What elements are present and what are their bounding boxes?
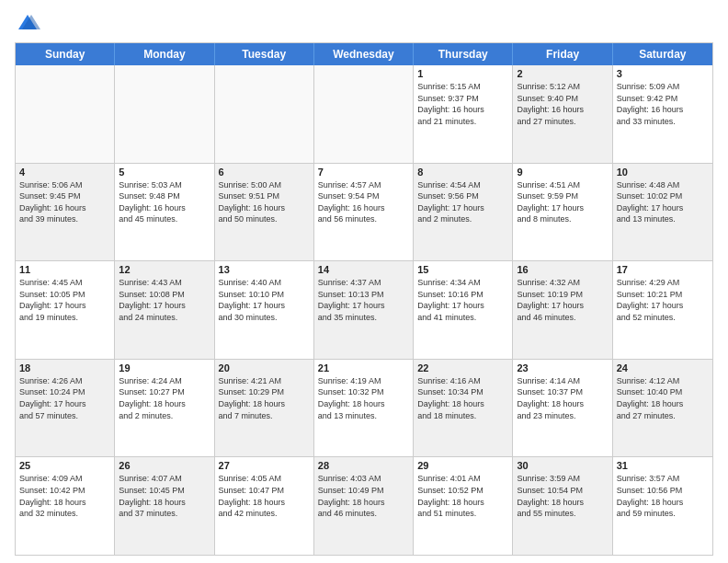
day-number-7: 7 — [318, 167, 409, 178]
day-cell-12: 12Sunrise: 4:43 AM Sunset: 10:08 PM Dayl… — [115, 261, 214, 359]
empty-cell-r0c0 — [16, 65, 115, 163]
day-info-29: Sunrise: 4:01 AM Sunset: 10:52 PM Daylig… — [417, 473, 508, 519]
day-cell-3: 3Sunrise: 5:09 AM Sunset: 9:42 PM Daylig… — [613, 65, 712, 163]
day-info-12: Sunrise: 4:43 AM Sunset: 10:08 PM Daylig… — [119, 277, 210, 323]
day-cell-18: 18Sunrise: 4:26 AM Sunset: 10:24 PM Dayl… — [16, 360, 115, 457]
day-number-23: 23 — [517, 362, 608, 373]
day-number-1: 1 — [417, 68, 508, 79]
day-cell-29: 29Sunrise: 4:01 AM Sunset: 10:52 PM Dayl… — [414, 457, 513, 555]
day-info-20: Sunrise: 4:21 AM Sunset: 10:29 PM Daylig… — [219, 375, 310, 421]
day-info-16: Sunrise: 4:32 AM Sunset: 10:19 PM Daylig… — [517, 277, 608, 323]
day-number-8: 8 — [417, 167, 508, 178]
calendar-row-5: 25Sunrise: 4:09 AM Sunset: 10:42 PM Dayl… — [16, 457, 712, 555]
day-info-27: Sunrise: 4:05 AM Sunset: 10:47 PM Daylig… — [219, 473, 310, 519]
day-number-30: 30 — [517, 460, 608, 471]
day-cell-7: 7Sunrise: 4:57 AM Sunset: 9:54 PM Daylig… — [314, 164, 414, 261]
day-number-29: 29 — [417, 460, 508, 471]
day-number-5: 5 — [119, 167, 210, 178]
day-info-1: Sunrise: 5:15 AM Sunset: 9:37 PM Dayligh… — [417, 81, 508, 127]
day-info-21: Sunrise: 4:19 AM Sunset: 10:32 PM Daylig… — [318, 375, 409, 421]
weekday-header-friday: Friday — [513, 43, 612, 65]
day-cell-30: 30Sunrise: 3:59 AM Sunset: 10:54 PM Dayl… — [513, 457, 612, 555]
day-number-31: 31 — [617, 460, 709, 471]
day-cell-13: 13Sunrise: 4:40 AM Sunset: 10:10 PM Dayl… — [215, 261, 314, 359]
calendar-row-1: 1Sunrise: 5:15 AM Sunset: 9:37 PM Daylig… — [16, 65, 712, 164]
day-cell-20: 20Sunrise: 4:21 AM Sunset: 10:29 PM Dayl… — [215, 360, 314, 457]
day-info-23: Sunrise: 4:14 AM Sunset: 10:37 PM Daylig… — [517, 375, 608, 421]
day-info-9: Sunrise: 4:51 AM Sunset: 9:59 PM Dayligh… — [517, 179, 608, 225]
day-info-26: Sunrise: 4:07 AM Sunset: 10:45 PM Daylig… — [119, 473, 210, 519]
day-number-11: 11 — [19, 264, 110, 275]
day-number-18: 18 — [19, 362, 110, 373]
day-info-24: Sunrise: 4:12 AM Sunset: 10:40 PM Daylig… — [617, 375, 709, 421]
day-number-22: 22 — [417, 362, 508, 373]
day-cell-23: 23Sunrise: 4:14 AM Sunset: 10:37 PM Dayl… — [513, 360, 612, 457]
day-info-18: Sunrise: 4:26 AM Sunset: 10:24 PM Daylig… — [19, 375, 110, 421]
day-info-22: Sunrise: 4:16 AM Sunset: 10:34 PM Daylig… — [417, 375, 508, 421]
day-number-24: 24 — [617, 362, 709, 373]
day-cell-2: 2Sunrise: 5:12 AM Sunset: 9:40 PM Daylig… — [513, 65, 612, 163]
day-cell-15: 15Sunrise: 4:34 AM Sunset: 10:16 PM Dayl… — [414, 261, 513, 359]
day-number-21: 21 — [318, 362, 409, 373]
day-number-13: 13 — [219, 264, 310, 275]
day-info-28: Sunrise: 4:03 AM Sunset: 10:49 PM Daylig… — [318, 473, 409, 519]
day-cell-25: 25Sunrise: 4:09 AM Sunset: 10:42 PM Dayl… — [16, 457, 115, 555]
empty-cell-r0c3 — [314, 65, 414, 163]
day-cell-27: 27Sunrise: 4:05 AM Sunset: 10:47 PM Dayl… — [215, 457, 314, 555]
day-cell-24: 24Sunrise: 4:12 AM Sunset: 10:40 PM Dayl… — [613, 360, 712, 457]
header — [15, 11, 713, 37]
day-number-17: 17 — [617, 264, 709, 275]
calendar-body: 1Sunrise: 5:15 AM Sunset: 9:37 PM Daylig… — [16, 65, 712, 555]
day-number-27: 27 — [219, 460, 310, 471]
day-cell-8: 8Sunrise: 4:54 AM Sunset: 9:56 PM Daylig… — [414, 164, 513, 261]
day-info-25: Sunrise: 4:09 AM Sunset: 10:42 PM Daylig… — [19, 473, 110, 519]
calendar-header: SundayMondayTuesdayWednesdayThursdayFrid… — [16, 43, 712, 65]
day-number-3: 3 — [617, 68, 709, 79]
day-cell-1: 1Sunrise: 5:15 AM Sunset: 9:37 PM Daylig… — [414, 65, 513, 163]
day-info-19: Sunrise: 4:24 AM Sunset: 10:27 PM Daylig… — [119, 375, 210, 421]
day-number-15: 15 — [417, 264, 508, 275]
day-number-6: 6 — [219, 167, 310, 178]
weekday-header-sunday: Sunday — [16, 43, 115, 65]
day-info-13: Sunrise: 4:40 AM Sunset: 10:10 PM Daylig… — [219, 277, 310, 323]
logo-icon — [15, 11, 40, 37]
page: SundayMondayTuesdayWednesdayThursdayFrid… — [0, 0, 728, 563]
day-cell-19: 19Sunrise: 4:24 AM Sunset: 10:27 PM Dayl… — [115, 360, 214, 457]
day-number-16: 16 — [517, 264, 608, 275]
day-info-15: Sunrise: 4:34 AM Sunset: 10:16 PM Daylig… — [417, 277, 508, 323]
day-info-4: Sunrise: 5:06 AM Sunset: 9:45 PM Dayligh… — [19, 179, 110, 225]
day-cell-9: 9Sunrise: 4:51 AM Sunset: 9:59 PM Daylig… — [513, 164, 612, 261]
day-cell-4: 4Sunrise: 5:06 AM Sunset: 9:45 PM Daylig… — [16, 164, 115, 261]
day-number-4: 4 — [19, 167, 110, 178]
day-cell-21: 21Sunrise: 4:19 AM Sunset: 10:32 PM Dayl… — [314, 360, 414, 457]
day-info-30: Sunrise: 3:59 AM Sunset: 10:54 PM Daylig… — [517, 473, 608, 519]
day-cell-16: 16Sunrise: 4:32 AM Sunset: 10:19 PM Dayl… — [513, 261, 612, 359]
day-info-11: Sunrise: 4:45 AM Sunset: 10:05 PM Daylig… — [19, 277, 110, 323]
day-info-17: Sunrise: 4:29 AM Sunset: 10:21 PM Daylig… — [617, 277, 709, 323]
weekday-header-saturday: Saturday — [613, 43, 712, 65]
day-cell-31: 31Sunrise: 3:57 AM Sunset: 10:56 PM Dayl… — [613, 457, 712, 555]
day-number-14: 14 — [318, 264, 409, 275]
day-cell-28: 28Sunrise: 4:03 AM Sunset: 10:49 PM Dayl… — [314, 457, 414, 555]
day-info-8: Sunrise: 4:54 AM Sunset: 9:56 PM Dayligh… — [417, 179, 508, 225]
day-info-6: Sunrise: 5:00 AM Sunset: 9:51 PM Dayligh… — [219, 179, 310, 225]
day-cell-11: 11Sunrise: 4:45 AM Sunset: 10:05 PM Dayl… — [16, 261, 115, 359]
calendar: SundayMondayTuesdayWednesdayThursdayFrid… — [15, 42, 713, 556]
day-number-20: 20 — [219, 362, 310, 373]
day-number-26: 26 — [119, 460, 210, 471]
logo — [15, 11, 44, 37]
day-number-12: 12 — [119, 264, 210, 275]
day-cell-5: 5Sunrise: 5:03 AM Sunset: 9:48 PM Daylig… — [115, 164, 214, 261]
day-number-19: 19 — [119, 362, 210, 373]
day-cell-6: 6Sunrise: 5:00 AM Sunset: 9:51 PM Daylig… — [215, 164, 314, 261]
empty-cell-r0c1 — [115, 65, 214, 163]
day-info-7: Sunrise: 4:57 AM Sunset: 9:54 PM Dayligh… — [318, 179, 409, 225]
calendar-row-3: 11Sunrise: 4:45 AM Sunset: 10:05 PM Dayl… — [16, 261, 712, 360]
day-info-14: Sunrise: 4:37 AM Sunset: 10:13 PM Daylig… — [318, 277, 409, 323]
day-number-25: 25 — [19, 460, 110, 471]
weekday-header-thursday: Thursday — [414, 43, 513, 65]
day-cell-10: 10Sunrise: 4:48 AM Sunset: 10:02 PM Dayl… — [613, 164, 712, 261]
day-number-28: 28 — [318, 460, 409, 471]
day-info-10: Sunrise: 4:48 AM Sunset: 10:02 PM Daylig… — [617, 179, 709, 225]
weekday-header-monday: Monday — [115, 43, 214, 65]
